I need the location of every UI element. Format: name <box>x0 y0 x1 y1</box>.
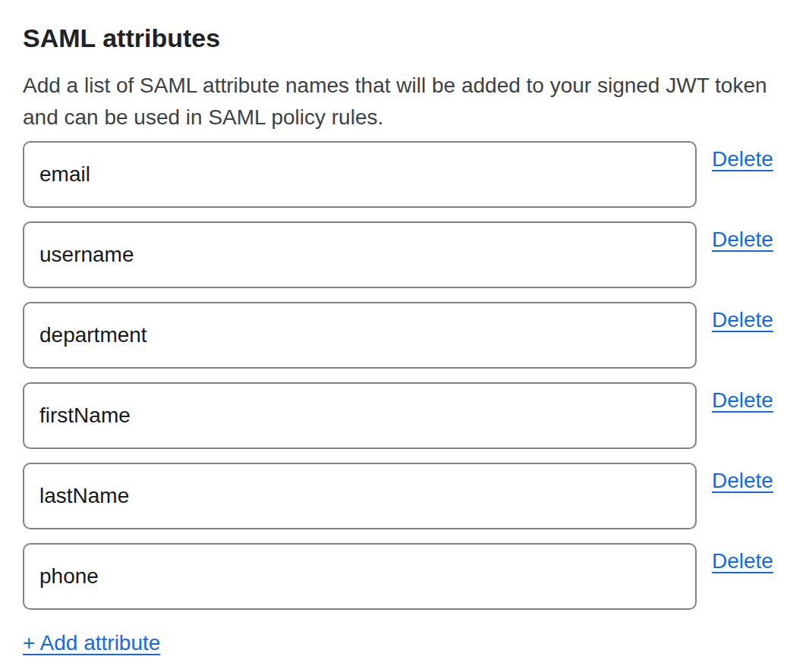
attribute-input-department[interactable] <box>23 302 697 369</box>
delete-attribute-link[interactable]: Delete <box>712 469 773 493</box>
saml-attributes-page: SAML attributes Add a list of SAML attri… <box>0 0 809 672</box>
attribute-list: Delete Delete Delete Delete Delete Delet <box>23 141 809 610</box>
attribute-input-phone[interactable] <box>23 543 697 610</box>
saml-attributes-section: SAML attributes Add a list of SAML attri… <box>0 0 809 655</box>
delete-attribute-link[interactable]: Delete <box>712 308 773 332</box>
delete-attribute-link[interactable]: Delete <box>712 147 773 171</box>
attribute-input-username[interactable] <box>23 221 697 288</box>
add-attribute-link[interactable]: + Add attribute <box>23 631 160 655</box>
section-description: Add a list of SAML attribute names that … <box>23 70 797 133</box>
attribute-row: Delete <box>23 141 809 208</box>
attribute-row: Delete <box>23 382 809 449</box>
section-title: SAML attributes <box>23 23 809 54</box>
attribute-row: Delete <box>23 543 809 610</box>
delete-attribute-link[interactable]: Delete <box>712 388 773 413</box>
attribute-input-firstname[interactable] <box>23 382 697 449</box>
attribute-input-email[interactable] <box>23 141 697 208</box>
attribute-input-lastname[interactable] <box>23 463 697 529</box>
attribute-row: Delete <box>23 221 809 288</box>
attribute-row: Delete <box>23 463 809 529</box>
delete-attribute-link[interactable]: Delete <box>712 228 773 252</box>
delete-attribute-link[interactable]: Delete <box>712 549 773 573</box>
attribute-row: Delete <box>23 302 809 369</box>
